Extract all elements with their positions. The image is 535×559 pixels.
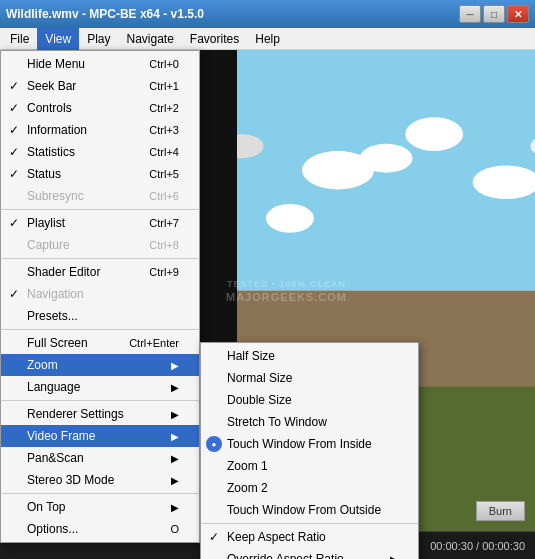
menu-subresync[interactable]: Subresync Ctrl+6 — [1, 185, 199, 207]
zoom-separator — [201, 523, 418, 524]
menu-hide-menu[interactable]: Hide Menu Ctrl+0 — [1, 53, 199, 75]
menu-status[interactable]: ✓ Status Ctrl+5 — [1, 163, 199, 185]
menu-favorites[interactable]: Favorites — [182, 28, 247, 50]
check-keep-aspect: ✓ — [209, 530, 219, 544]
override-aspect-arrow-icon: ▶ — [390, 554, 398, 560]
watermark: TESTED • 100% CLEAN MAJORGEEKS.COM — [226, 279, 347, 303]
zoom-zoom1[interactable]: Zoom 1 — [201, 455, 418, 477]
window-controls: ─ □ ✕ — [459, 5, 529, 23]
video-frame-arrow-icon: ▶ — [171, 431, 179, 442]
zoom-override-aspect[interactable]: Override Aspect Ratio ▶ — [201, 548, 418, 559]
menu-bar: File View Play Navigate Favorites Help — [0, 28, 535, 50]
renderer-arrow-icon: ▶ — [171, 409, 179, 420]
menu-navigation[interactable]: ✓ Navigation — [1, 283, 199, 305]
menu-language[interactable]: Language ▶ — [1, 376, 199, 398]
zoom-normal-size[interactable]: Normal Size — [201, 367, 418, 389]
menu-full-screen[interactable]: Full Screen Ctrl+Enter — [1, 332, 199, 354]
menu-shader-editor[interactable]: Shader Editor Ctrl+9 — [1, 261, 199, 283]
separator-1 — [1, 209, 199, 210]
separator-3 — [1, 329, 199, 330]
menu-controls[interactable]: ✓ Controls Ctrl+2 — [1, 97, 199, 119]
menu-playlist[interactable]: ✓ Playlist Ctrl+7 — [1, 212, 199, 234]
separator-2 — [1, 258, 199, 259]
language-arrow-icon: ▶ — [171, 382, 179, 393]
app-title: Wildlife.wmv - MPC-BE x64 - v1.5.0 — [6, 7, 204, 21]
check-controls: ✓ — [9, 101, 19, 115]
svg-point-5 — [266, 204, 314, 233]
check-statistics: ✓ — [9, 145, 19, 159]
menu-zoom[interactable]: Zoom ▶ — [1, 354, 199, 376]
zoom-touch-outside[interactable]: Touch Window From Outside — [201, 499, 418, 521]
menu-information[interactable]: ✓ Information Ctrl+3 — [1, 119, 199, 141]
menu-seek-bar[interactable]: ✓ Seek Bar Ctrl+1 — [1, 75, 199, 97]
check-status: ✓ — [9, 167, 19, 181]
check-information: ✓ — [9, 123, 19, 137]
zoom-half-size[interactable]: Half Size — [201, 345, 418, 367]
menu-stereo-3d[interactable]: Stereo 3D Mode ▶ — [1, 469, 199, 491]
menu-statistics[interactable]: ✓ Statistics Ctrl+4 — [1, 141, 199, 163]
stereo-3d-arrow-icon: ▶ — [171, 475, 179, 486]
menu-presets[interactable]: Presets... — [1, 305, 199, 327]
menu-file[interactable]: File — [2, 28, 37, 50]
minimize-button[interactable]: ─ — [459, 5, 481, 23]
zoom-arrow-icon: ▶ — [171, 360, 179, 371]
touch-inside-icon: ● — [206, 436, 222, 452]
menu-help[interactable]: Help — [247, 28, 288, 50]
title-bar: Wildlife.wmv - MPC-BE x64 - v1.5.0 ─ □ ✕ — [0, 0, 535, 28]
burn-button[interactable]: Burn — [476, 501, 525, 521]
zoom-submenu: Half Size Normal Size Double Size Stretc… — [200, 342, 419, 559]
menu-video-frame[interactable]: Video Frame ▶ — [1, 425, 199, 447]
separator-4 — [1, 400, 199, 401]
menu-navigate[interactable]: Navigate — [118, 28, 181, 50]
menu-on-top[interactable]: On Top ▶ — [1, 496, 199, 518]
view-menu-dropdown: Hide Menu Ctrl+0 ✓ Seek Bar Ctrl+1 ✓ Con… — [0, 50, 200, 543]
check-seek-bar: ✓ — [9, 79, 19, 93]
maximize-button[interactable]: □ — [483, 5, 505, 23]
on-top-arrow-icon: ▶ — [171, 502, 179, 513]
menu-view[interactable]: View — [37, 28, 79, 50]
pan-scan-arrow-icon: ▶ — [171, 453, 179, 464]
menu-pan-scan[interactable]: Pan&Scan ▶ — [1, 447, 199, 469]
zoom-double-size[interactable]: Double Size — [201, 389, 418, 411]
menu-capture[interactable]: Capture Ctrl+8 — [1, 234, 199, 256]
separator-5 — [1, 493, 199, 494]
menu-options[interactable]: Options... O — [1, 518, 199, 540]
menu-play[interactable]: Play — [79, 28, 118, 50]
check-navigation: ✓ — [9, 287, 19, 301]
zoom-touch-inside[interactable]: ● Touch Window From Inside — [201, 433, 418, 455]
zoom-zoom2[interactable]: Zoom 2 — [201, 477, 418, 499]
zoom-keep-aspect[interactable]: ✓ Keep Aspect Ratio — [201, 526, 418, 548]
zoom-stretch-window[interactable]: Stretch To Window — [201, 411, 418, 433]
svg-point-7 — [359, 144, 412, 173]
check-playlist: ✓ — [9, 216, 19, 230]
view-dropdown: Hide Menu Ctrl+0 ✓ Seek Bar Ctrl+1 ✓ Con… — [0, 50, 200, 543]
close-button[interactable]: ✕ — [507, 5, 529, 23]
time-display: 00:00:30 / 00:00:30 — [430, 540, 525, 552]
menu-renderer-settings[interactable]: Renderer Settings ▶ — [1, 403, 199, 425]
svg-point-4 — [405, 117, 463, 151]
